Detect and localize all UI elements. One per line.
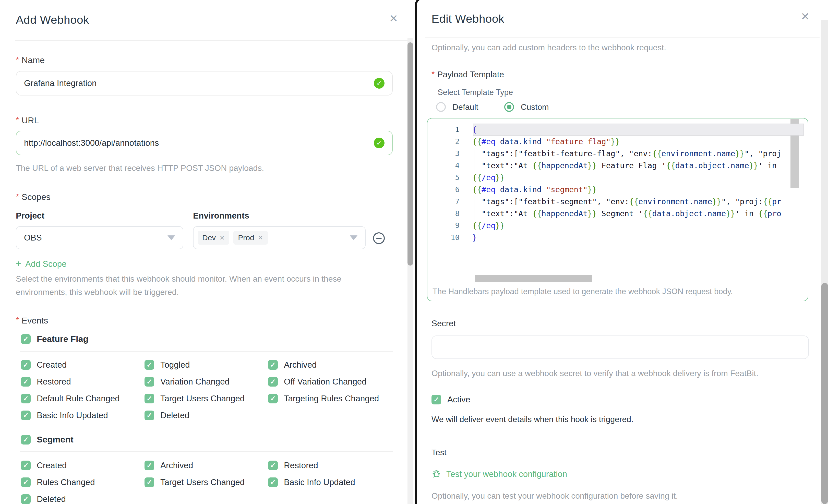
checkbox-checked[interactable]: ✓ — [431, 395, 441, 405]
close-icon[interactable]: ✕ — [389, 13, 398, 24]
code-line[interactable]: 1{ — [427, 124, 808, 135]
event-checkbox-row[interactable]: ✓Basic Info Updated — [21, 411, 144, 420]
event-label: Deleted — [160, 411, 190, 420]
line-number: 7 — [427, 196, 472, 208]
checkbox-checked[interactable]: ✓ — [268, 377, 278, 386]
checkbox-checked[interactable]: ✓ — [21, 360, 31, 370]
line-number: 8 — [427, 208, 472, 219]
event-checkbox-row[interactable]: ✓Off Variation Changed — [268, 377, 392, 386]
left-modal-scrollbar-thumb[interactable] — [408, 42, 413, 265]
radio-custom-label[interactable]: Custom — [521, 102, 549, 112]
code-lines: 1{2{{#eq data.kind "feature flag"}}3 "ta… — [427, 124, 808, 244]
checkbox-checked[interactable]: ✓ — [144, 461, 154, 470]
group-divider — [20, 451, 393, 452]
event-label: Restored — [284, 461, 318, 470]
checkbox-checked[interactable]: ✓ — [144, 477, 154, 487]
checkbox-checked[interactable]: ✓ — [144, 377, 154, 386]
test-webhook-button[interactable]: Test your webhook configuration — [431, 469, 567, 479]
event-checkbox-row[interactable]: ✓Restored — [268, 461, 392, 470]
radio-default-unselected[interactable] — [436, 102, 446, 112]
checkbox-checked[interactable]: ✓ — [268, 477, 278, 487]
code-line[interactable]: 6{{#eq data.kind "segment"}} — [427, 183, 808, 196]
event-label: Deleted — [37, 494, 66, 504]
event-checkbox-row[interactable]: ✓Basic Info Updated — [268, 477, 392, 487]
page-scrollbar-thumb[interactable] — [821, 283, 828, 504]
checkbox-checked[interactable]: ✓ — [268, 394, 278, 404]
event-label: Off Variation Changed — [284, 377, 367, 386]
url-hint: The URL of a web server that receives HT… — [16, 161, 264, 175]
test-hint: Optionally, you can test your webhook co… — [431, 489, 678, 502]
code-line[interactable]: 7 "tags":["featbit-segment", "env:{{envi… — [427, 196, 808, 208]
line-content: {{/eq}} — [472, 219, 504, 232]
chevron-down-icon — [350, 236, 358, 240]
code-line[interactable]: 2{{#eq data.kind "feature flag"}} — [427, 135, 808, 148]
name-input[interactable]: Grafana Integration ✓ — [16, 71, 393, 95]
event-checkbox-row[interactable]: ✓Created — [21, 360, 144, 370]
tag-remove-icon[interactable]: ✕ — [219, 234, 225, 242]
checkbox-checked[interactable]: ✓ — [144, 394, 154, 404]
event-checkbox-row[interactable]: ✓Variation Changed — [144, 377, 268, 386]
scopes-label: *Scopes — [16, 192, 50, 202]
editor-horizontal-scrollbar[interactable] — [475, 275, 592, 282]
code-line[interactable]: 9{{/eq}} — [427, 219, 808, 232]
checkbox-checked[interactable]: ✓ — [21, 494, 31, 504]
event-checkbox-row[interactable]: ✓Rules Changed — [21, 477, 144, 487]
add-scope-button[interactable]: +Add Scope — [16, 258, 67, 269]
code-line[interactable]: 8 "text":"At {{happenedAt}} Segment '{{d… — [427, 208, 808, 219]
line-content: {{/eq}} — [472, 172, 504, 183]
checkbox-checked[interactable]: ✓ — [268, 360, 278, 370]
environment-tag[interactable]: Prod✕ — [233, 231, 267, 245]
required-asterisk: * — [16, 115, 19, 125]
checkbox-checked[interactable]: ✓ — [21, 334, 31, 344]
event-label: Basic Info Updated — [284, 477, 355, 487]
checkbox-checked[interactable]: ✓ — [21, 394, 31, 404]
checkbox-checked[interactable]: ✓ — [21, 477, 31, 487]
code-line[interactable]: 10} — [427, 232, 808, 244]
event-checkbox-row[interactable]: ✓Deleted — [21, 494, 144, 504]
url-input[interactable]: http://localhost:3000/api/annotations ✓ — [16, 131, 393, 155]
event-checkbox-row[interactable]: ✓Restored — [21, 377, 144, 386]
group-divider — [20, 351, 393, 351]
event-checkbox-row[interactable]: ✓Deleted — [144, 411, 268, 420]
checkbox-checked[interactable]: ✓ — [21, 411, 31, 420]
payload-template-editor[interactable]: 1{2{{#eq data.kind "feature flag"}}3 "ta… — [427, 118, 808, 301]
checkbox-checked[interactable]: ✓ — [268, 461, 278, 470]
event-checkbox-row[interactable]: ✓Targeting Rules Changed — [268, 394, 392, 404]
checkbox-checked[interactable]: ✓ — [144, 360, 154, 370]
event-group-feature-flag: ✓ Feature Flag — [21, 334, 88, 344]
test-label: Test — [431, 448, 447, 457]
editor-hint: The Handlebars payload template used to … — [432, 285, 733, 298]
event-checkbox-row[interactable]: ✓Created — [21, 461, 144, 470]
event-group-label: Segment — [37, 434, 74, 445]
event-label: Archived — [160, 461, 193, 470]
event-checkbox-row[interactable]: ✓Default Rule Changed — [21, 394, 144, 404]
line-number: 5 — [427, 172, 472, 183]
code-line[interactable]: 3 "tags":["featbit-feature-flag", "env:{… — [427, 148, 808, 160]
checkbox-checked[interactable]: ✓ — [21, 377, 31, 386]
active-label: Active — [447, 395, 470, 405]
remove-scope-button[interactable] — [373, 232, 385, 244]
radio-default-label[interactable]: Default — [452, 102, 478, 112]
checkbox-checked[interactable]: ✓ — [144, 411, 154, 420]
radio-custom-selected[interactable] — [504, 102, 514, 112]
line-content: {{#eq data.kind "feature flag"}} — [472, 135, 620, 148]
secret-input[interactable] — [431, 335, 809, 359]
events-label: *Events — [16, 316, 48, 326]
code-line[interactable]: 4 "text":"At {{happenedAt}} Feature Flag… — [427, 160, 808, 172]
project-select[interactable]: OBS — [16, 226, 183, 249]
event-checkbox-row[interactable]: ✓Toggled — [144, 360, 268, 370]
checkbox-checked[interactable]: ✓ — [21, 435, 31, 445]
code-line[interactable]: 5{{/eq}} — [427, 172, 808, 183]
environment-tag[interactable]: Dev✕ — [198, 231, 229, 245]
environments-select[interactable]: Dev✕Prod✕ — [193, 226, 366, 249]
event-checkbox-row[interactable]: ✓Archived — [268, 360, 392, 370]
line-content: { — [472, 124, 477, 135]
event-checkbox-row[interactable]: ✓Target Users Changed — [144, 394, 268, 404]
event-label: Archived — [284, 360, 317, 370]
line-content: } — [472, 232, 477, 244]
checkbox-checked[interactable]: ✓ — [21, 461, 31, 470]
tag-remove-icon[interactable]: ✕ — [258, 234, 263, 242]
event-checkbox-row[interactable]: ✓Target Users Changed — [144, 477, 268, 487]
event-checkbox-row[interactable]: ✓Archived — [144, 461, 268, 470]
close-icon[interactable]: ✕ — [801, 11, 810, 22]
